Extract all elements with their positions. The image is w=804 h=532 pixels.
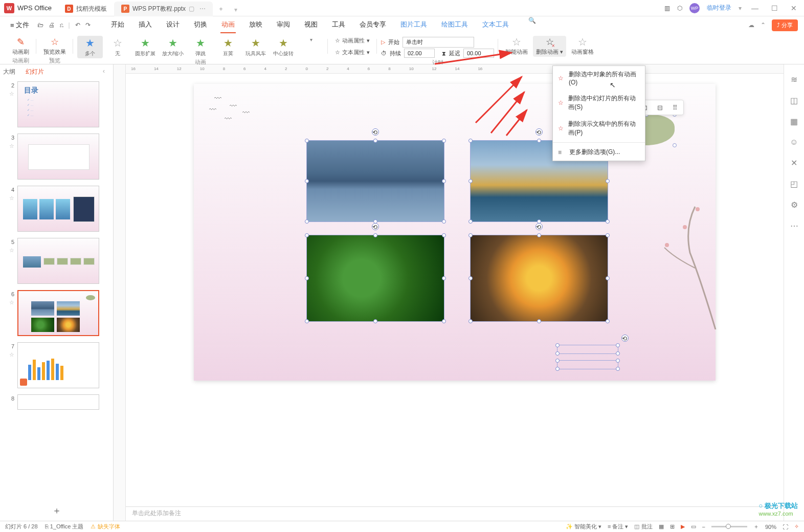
cloud-icon[interactable]: ☁ [748, 21, 754, 29]
dd-del-presentation[interactable]: ☆删除演示文稿中的所有动画(P) [553, 116, 645, 141]
rail-icon[interactable]: ◫ [790, 96, 798, 105]
tab-templates[interactable]: D 找稻壳模板 [58, 2, 114, 16]
rotate-handle[interactable]: ⟲ [372, 128, 379, 136]
close-button[interactable]: ✕ [788, 4, 800, 12]
effects-more[interactable]: ▾ [298, 36, 324, 58]
rail-icon[interactable]: ≋ [791, 75, 797, 84]
menu-animation[interactable]: 动画 [220, 17, 236, 33]
share-button[interactable]: ⤴ 分享 [772, 19, 798, 31]
font-warning[interactable]: ⚠ 缺失字体 [91, 523, 120, 530]
collapse-icon[interactable]: ‹ [103, 68, 105, 76]
tab-outline[interactable]: 大纲 [3, 68, 15, 76]
ft-btn[interactable]: ⠿ [668, 102, 682, 113]
slide-thumb-8[interactable] [17, 394, 99, 410]
view-reading-icon[interactable]: ▶ [681, 523, 685, 530]
rail-icon[interactable]: ⚙ [791, 200, 798, 210]
slide-thumb-5[interactable] [17, 238, 99, 284]
expand-icon[interactable]: ✧ [794, 523, 799, 530]
dd-more-options[interactable]: ≡更多删除选项(G)... [553, 144, 645, 161]
image-mountain[interactable]: ⟲ [306, 140, 444, 222]
maximize-button[interactable]: ☐ [768, 4, 780, 12]
image-leaves[interactable]: ⟲ [306, 235, 444, 322]
chevron-down-icon[interactable]: ▾ [739, 5, 742, 12]
rotate-handle[interactable]: ⟲ [621, 335, 629, 342]
image-maple[interactable]: ⟲ [470, 235, 608, 322]
rail-icon[interactable]: ⋯ [790, 221, 798, 231]
layout-icon[interactable]: ▥ [664, 5, 670, 12]
textbox-sel[interactable] [557, 345, 618, 354]
menu-start[interactable]: 开始 [110, 17, 125, 33]
redo-icon[interactable]: ↷ [85, 21, 91, 29]
file-menu[interactable]: ≡ 文件 [6, 18, 33, 32]
open-icon[interactable]: 🗁 [37, 21, 43, 29]
new-tab-button[interactable]: ＋ [213, 2, 229, 16]
slide-thumb-4[interactable] [17, 186, 99, 232]
minimize-button[interactable]: — [749, 4, 761, 12]
fit-icon[interactable]: ⛶ [783, 524, 788, 530]
menu-review[interactable]: 审阅 [276, 17, 291, 33]
menu-tools[interactable]: 工具 [331, 17, 346, 33]
rotate-handle[interactable]: ⟲ [372, 223, 379, 230]
slide-thumb-3[interactable] [17, 134, 99, 180]
zoom-value[interactable]: 90% [765, 524, 776, 530]
cube-icon[interactable]: ⬡ [677, 5, 682, 12]
menu-view[interactable]: 视图 [303, 17, 319, 33]
anim-effect-无[interactable]: ☆无 [105, 36, 130, 58]
anim-effect-豆荚[interactable]: ★豆荚 [215, 36, 241, 58]
slide-area[interactable]: 〰 〰 〰 〰 〰 2023-9-7 ⟲ [126, 74, 784, 506]
slide-thumb-2[interactable]: 目录 ✓ …✓ …✓ …✓ … [17, 81, 99, 127]
view-slideshow-icon[interactable]: ▭ [691, 523, 696, 530]
theme-indicator[interactable]: ⎘ 1_Office 主题 [45, 523, 84, 530]
anim-effect-玩具风车[interactable]: ★玩具风车 [243, 36, 269, 58]
start-select[interactable]: 单击时 [403, 37, 474, 48]
avatar[interactable]: WP [689, 3, 700, 13]
anim-effect-圆形扩展[interactable]: ★圆形扩展 [132, 36, 158, 58]
menu-text-tools[interactable]: 文本工具 [481, 17, 510, 33]
add-slide-button[interactable]: ＋ [0, 500, 113, 521]
tab-slides[interactable]: 幻灯片 [26, 68, 44, 76]
rail-icon[interactable]: ✕ [791, 158, 797, 168]
view-normal-icon[interactable]: ▦ [659, 523, 664, 530]
collapse-ribbon-icon[interactable]: ⌃ [761, 21, 766, 29]
dd-del-object[interactable]: ☆删除选中对象的所有动画(O) [553, 66, 645, 90]
zoom-slider[interactable] [711, 526, 747, 527]
dd-del-slide[interactable]: ☆删除选中幻灯片的所有动画(S) [553, 90, 645, 116]
undo2-icon[interactable]: ↶ [75, 21, 80, 29]
comments-toggle[interactable]: ◫ 批注 [634, 523, 652, 530]
rail-icon[interactable]: ☺ [790, 138, 798, 147]
rotate-handle[interactable]: ⟲ [535, 223, 543, 230]
notes-toggle[interactable]: ≡ 备注 ▾ [608, 523, 629, 530]
menu-draw-tools[interactable]: 绘图工具 [440, 17, 469, 33]
notes-area[interactable]: 单击此处添加备注 [126, 506, 784, 521]
preview-button[interactable]: ☆预览效果 [40, 36, 69, 57]
menu-insert[interactable]: 插入 [138, 17, 153, 33]
view-sorter-icon[interactable]: ⊞ [670, 523, 675, 530]
zoom-out-button[interactable]: − [702, 524, 705, 530]
undo-icon[interactable]: ⎌ [60, 21, 63, 29]
zoom-thumb[interactable] [726, 524, 731, 529]
thumbnail-list[interactable]: 2☆ 目录 ✓ …✓ …✓ …✓ … 3☆ 4☆ [0, 79, 113, 500]
anim-effect-多个[interactable]: ★多个 [77, 36, 103, 58]
save-icon[interactable]: 🖨 [49, 21, 55, 29]
menu-slideshow[interactable]: 放映 [248, 17, 263, 33]
anim-brush-button[interactable]: ✎动画刷 [9, 36, 32, 57]
rail-icon[interactable]: ◰ [790, 179, 798, 189]
anim-effect-放大/缩小[interactable]: ★放大/缩小 [160, 36, 186, 58]
anim-effect-弹跳[interactable]: ★弹跳 [188, 36, 213, 58]
slide-thumb-6[interactable] [17, 290, 99, 336]
menu-design[interactable]: 设计 [165, 17, 181, 33]
menu-pic-tools[interactable]: 图片工具 [399, 17, 428, 33]
close-icon[interactable]: ⋯ [199, 5, 206, 12]
ft-btn[interactable]: ⊟ [653, 102, 666, 113]
slide-thumb-7[interactable] [17, 342, 99, 388]
textbox-sel[interactable] [557, 360, 618, 369]
beautify-button[interactable]: ✨ 智能美化 ▾ [566, 523, 601, 530]
rail-icon[interactable]: ▦ [790, 117, 798, 126]
menu-transition[interactable]: 切换 [193, 17, 208, 33]
zoom-in-button[interactable]: ＋ [753, 523, 759, 530]
menu-vip[interactable]: 会员专享 [359, 17, 387, 33]
tab-current-doc[interactable]: P WPS PPT教程.pptx ▢ ⋯ [114, 2, 213, 16]
login-link[interactable]: 临时登录 [707, 4, 731, 12]
anim-effect-中心旋转[interactable]: ★中心旋转 [271, 36, 296, 58]
tab-menu-button[interactable]: ▾ [229, 3, 242, 16]
